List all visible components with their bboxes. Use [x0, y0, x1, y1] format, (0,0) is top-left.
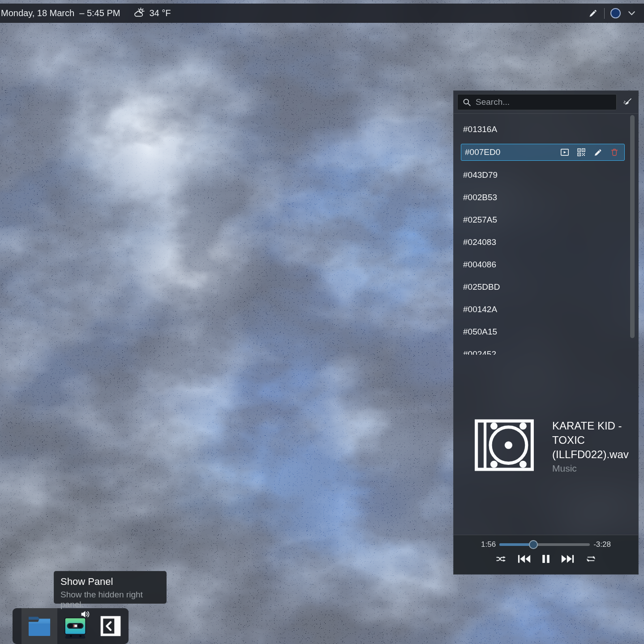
status-circle-icon[interactable] [610, 8, 621, 18]
media-session: KARATE KID - TOXIC (ILLFD022).wav Music [454, 419, 638, 474]
task-show-panel[interactable] [93, 608, 129, 644]
shuffle-button[interactable] [495, 554, 507, 564]
clipboard-item-label: #00142A [463, 305, 497, 314]
clipboard-item[interactable]: #043D79 [454, 164, 638, 186]
temperature-label: 34 °F [149, 8, 171, 18]
search-icon [462, 98, 472, 107]
skip-forward-icon [560, 554, 575, 564]
top-panel: Monday, 18 March – 5:45 PM 34 °F [0, 4, 644, 23]
invoke-action-icon[interactable] [560, 147, 570, 157]
qr-code-icon[interactable] [576, 147, 586, 157]
clipboard-item-actions [560, 147, 624, 157]
weather-widget[interactable]: 34 °F [133, 7, 171, 19]
clear-history-button[interactable] [619, 94, 635, 110]
album-art-icon [474, 419, 534, 472]
chevron-down-icon[interactable] [627, 8, 637, 18]
clipboard-item-label: #025DBD [463, 282, 500, 292]
clipboard-item[interactable]: #0257A5 [454, 209, 638, 231]
remaining-time: -3:28 [593, 540, 611, 549]
show-panel-tooltip: Show Panel Show the hidden right panel. [54, 571, 167, 604]
seek-fill [499, 543, 533, 546]
pen-icon[interactable] [588, 8, 598, 19]
next-button[interactable] [560, 554, 575, 564]
clipboard-item-label: #004086 [463, 260, 496, 270]
seek-row: 1:56 -3:28 [454, 540, 638, 549]
seek-slider[interactable] [499, 540, 590, 549]
shuffle-icon [495, 554, 507, 564]
edit-icon[interactable] [593, 147, 603, 157]
show-panel-icon [99, 614, 122, 638]
task-media-player[interactable] [57, 608, 93, 644]
tooltip-subtitle: Show the hidden right panel. [60, 590, 160, 610]
clipboard-item[interactable]: #01316A [454, 118, 638, 141]
clipboard-item[interactable]: #050A15 [454, 321, 638, 343]
elapsed-time: 1:56 [481, 540, 496, 549]
clipboard-list: #01316A #007ED0 [454, 114, 638, 355]
clipboard-item-label: #007ED0 [465, 147, 500, 157]
clipboard-header: Search... [454, 91, 638, 114]
media-source: Music [552, 463, 632, 474]
media-meta: KARATE KID - TOXIC (ILLFD022).wav Music [552, 419, 632, 474]
clipboard-item-label: #002452 [463, 349, 496, 355]
clipboard-panel: Search... #01316A #007ED0 [453, 90, 639, 575]
scrollbar[interactable] [630, 115, 635, 353]
clipboard-item[interactable]: #024083 [454, 231, 638, 253]
folder-icon [24, 610, 55, 642]
clipboard-item-label: #043D79 [463, 170, 498, 180]
delete-icon[interactable] [610, 147, 619, 157]
clock-date-time[interactable]: Monday, 18 March – 5:45 PM [1, 8, 120, 18]
clipboard-item[interactable]: #002B53 [454, 186, 638, 209]
audio-playing-icon [80, 610, 90, 619]
skip-backward-icon [517, 554, 532, 564]
clipboard-item-label: #050A15 [463, 327, 497, 337]
pause-button[interactable] [541, 554, 551, 564]
tooltip-title: Show Panel [60, 576, 160, 588]
task-file-manager[interactable] [21, 608, 57, 644]
previous-button[interactable] [517, 554, 532, 564]
clipboard-item-label: #024083 [463, 237, 496, 247]
seek-handle[interactable] [529, 540, 538, 549]
repeat-button[interactable] [584, 554, 597, 564]
tray-separator [604, 8, 605, 19]
scrollbar-thumb[interactable] [630, 115, 635, 338]
clipboard-item-label: #01316A [463, 125, 497, 134]
pause-icon [541, 554, 551, 564]
clipboard-item-label: #002B53 [463, 193, 497, 202]
clipboard-item[interactable]: #025DBD [454, 276, 638, 298]
repeat-icon [584, 554, 597, 564]
clipboard-item[interactable]: #00142A [454, 298, 638, 321]
clipboard-item-label: #0257A5 [463, 215, 497, 225]
broom-icon [622, 97, 633, 107]
search-input[interactable]: Search... [457, 94, 617, 110]
player-buttons [454, 554, 638, 564]
sun-behind-cloud-icon [133, 7, 146, 19]
task-manager-panel [13, 608, 129, 644]
search-placeholder: Search... [476, 97, 510, 107]
clipboard-item[interactable]: #004086 [454, 253, 638, 276]
system-tray [588, 8, 644, 19]
media-title: KARATE KID - TOXIC (ILLFD022).wav [552, 419, 632, 462]
media-player-controls: 1:56 -3:28 [454, 535, 638, 574]
clipboard-item-selected[interactable]: #007ED0 [461, 144, 625, 161]
clipboard-item[interactable]: #002452 [454, 343, 638, 355]
